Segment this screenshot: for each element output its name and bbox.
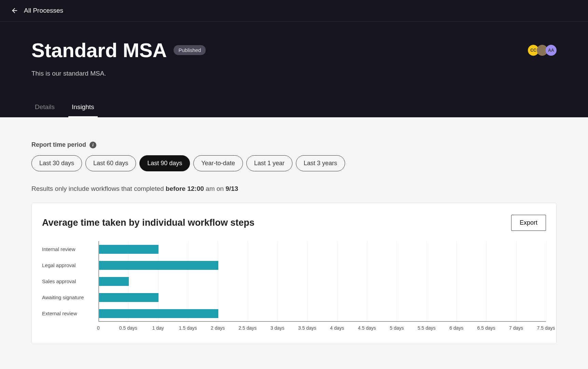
chart-title: Average time taken by individual workflo… xyxy=(42,218,255,228)
chip-last-1-year[interactable]: Last 1 year xyxy=(246,155,292,171)
chart-bar xyxy=(99,277,129,286)
chart-y-label: Awaiting signature xyxy=(42,289,98,305)
chip-last-30-days[interactable]: Last 30 days xyxy=(31,155,82,171)
tab-insights[interactable]: Insights xyxy=(68,98,97,117)
chart-x-label: 4.5 days xyxy=(358,325,376,331)
chart-x-label: 1 day xyxy=(152,325,164,331)
chart-bar xyxy=(99,309,218,318)
chart-bar xyxy=(99,245,159,254)
chart-y-label: Legal approval xyxy=(42,257,98,273)
chart-x-label: 2.5 days xyxy=(238,325,257,331)
chart-bar xyxy=(99,261,218,270)
chart-x-label: 3.5 days xyxy=(298,325,316,331)
results-note: Results only include workflows that comp… xyxy=(31,185,557,193)
chart-x-label: 7.5 days xyxy=(537,325,555,331)
status-badge: Published xyxy=(174,45,206,55)
avatar[interactable]: AA xyxy=(546,45,557,56)
time-period-filter: Last 30 days Last 60 days Last 90 days Y… xyxy=(31,155,557,171)
chart-x-label: 2 days xyxy=(211,325,225,331)
chart-x-label: 0.5 days xyxy=(119,325,137,331)
page-title: Standard MSA xyxy=(31,39,167,62)
chart-x-label: 3 days xyxy=(270,325,284,331)
chart-x-label: 6.5 days xyxy=(477,325,495,331)
arrow-left-icon xyxy=(11,7,18,14)
chart-x-label: 5 days xyxy=(390,325,404,331)
nav-back-label: All Processes xyxy=(24,7,63,14)
chart-x-label: 6 days xyxy=(449,325,463,331)
chart-x-label: 5.5 days xyxy=(418,325,436,331)
chart-card: Average time taken by individual workflo… xyxy=(31,203,557,344)
chip-year-to-date[interactable]: Year-to-date xyxy=(193,155,243,171)
chart-y-label: Internal review xyxy=(42,241,98,257)
chart-y-label: External review xyxy=(42,305,98,321)
chart-bar xyxy=(99,293,159,302)
export-button[interactable]: Export xyxy=(511,215,546,231)
chip-last-60-days[interactable]: Last 60 days xyxy=(85,155,136,171)
info-icon[interactable]: i xyxy=(90,142,96,148)
tabs: Details Insights xyxy=(0,98,588,117)
chart-x-label: 7 days xyxy=(509,325,523,331)
chart-y-label: Sales approval xyxy=(42,273,98,289)
page-subtitle: This is our standard MSA. xyxy=(31,70,557,77)
nav-back[interactable]: All Processes xyxy=(0,0,588,22)
filter-label: Report time period xyxy=(31,141,86,148)
chart-x-label: 4 days xyxy=(330,325,344,331)
chart-gridline xyxy=(546,241,546,322)
chart-x-label: 1.5 days xyxy=(179,325,197,331)
chip-last-3-years[interactable]: Last 3 years xyxy=(296,155,345,171)
avatar-stack[interactable]: CC AA xyxy=(530,45,557,56)
tab-details[interactable]: Details xyxy=(31,98,58,117)
chip-last-90-days[interactable]: Last 90 days xyxy=(139,155,190,171)
chart: Internal reviewLegal approvalSales appro… xyxy=(42,241,546,322)
chart-x-label: 0 xyxy=(97,325,100,331)
